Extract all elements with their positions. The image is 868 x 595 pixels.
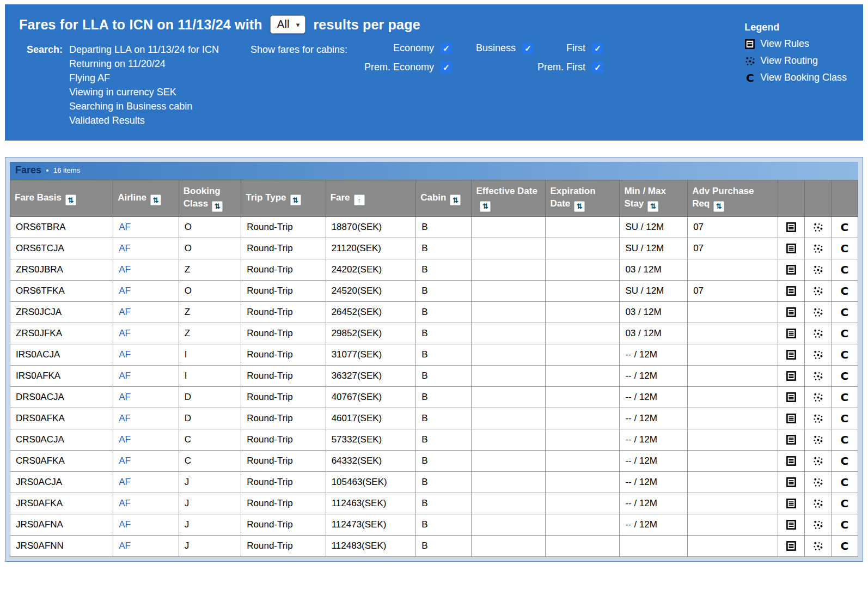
sort-button-fare[interactable]: ↑: [354, 195, 365, 205]
cabin-label: Business: [476, 42, 516, 54]
view-rules-button[interactable]: [786, 477, 796, 487]
rules-icon: [786, 307, 796, 317]
sort-button-adv-purchase-req[interactable]: ⇅: [713, 201, 724, 212]
column-header-airline: Airline⇅: [113, 180, 179, 217]
view-routing-button[interactable]: [813, 265, 823, 275]
view-rules-button[interactable]: [786, 222, 796, 232]
view-rules-button[interactable]: [786, 307, 796, 317]
view-booking-class-button[interactable]: C: [841, 435, 849, 445]
title-row: Fares for LLA to ICN on 11/13/24 with Al…: [19, 15, 851, 34]
view-booking-class-button[interactable]: C: [841, 520, 849, 530]
airline-link[interactable]: AF: [119, 456, 131, 466]
view-routing-button[interactable]: [813, 222, 823, 232]
view-booking-class-button[interactable]: C: [841, 456, 849, 466]
rules-icon: [786, 329, 796, 338]
sort-button-expiration-date[interactable]: ⇅: [574, 201, 585, 212]
cabin-checkbox-prem-first[interactable]: ✓: [592, 62, 603, 73]
view-booking-class-button[interactable]: C: [841, 244, 849, 253]
cabin-checkbox-economy[interactable]: ✓: [441, 42, 452, 54]
view-routing-button[interactable]: [813, 286, 823, 296]
airline-link[interactable]: AF: [119, 371, 131, 381]
airline-link[interactable]: AF: [119, 477, 131, 487]
view-booking-class-button[interactable]: C: [841, 371, 849, 381]
view-booking-class-button[interactable]: C: [841, 414, 849, 423]
airline-link[interactable]: AF: [119, 413, 131, 423]
view-routing-button[interactable]: [813, 244, 823, 253]
view-booking-class-button[interactable]: C: [841, 499, 849, 508]
trip-type-cell: Round-Trip: [241, 386, 326, 408]
airline-link[interactable]: AF: [119, 243, 131, 253]
sort-button-fare-basis[interactable]: ⇅: [65, 195, 76, 205]
view-booking-class-button[interactable]: C: [841, 477, 849, 487]
view-rules-button[interactable]: [786, 350, 796, 360]
airline-link[interactable]: AF: [119, 349, 131, 360]
airline-link[interactable]: AF: [119, 392, 131, 402]
min-max-stay-cell: -- / 12M: [620, 344, 688, 365]
view-routing-button[interactable]: [813, 307, 823, 317]
view-rules-button[interactable]: [786, 329, 796, 338]
view-rules-button[interactable]: [786, 435, 796, 445]
table-row: JRS0AFNNAFJRound-Trip112483(SEK)B C: [10, 535, 858, 556]
effective-date-cell: [472, 386, 546, 408]
view-rules-button[interactable]: [786, 499, 796, 508]
view-rules-button[interactable]: [786, 414, 796, 423]
view-booking-class-button[interactable]: C: [841, 286, 849, 296]
airline-link[interactable]: AF: [119, 264, 131, 275]
view-rules-button[interactable]: [786, 244, 796, 253]
view-booking-class-button[interactable]: C: [841, 392, 849, 402]
min-max-stay-cell: 03 / 12M: [620, 259, 688, 280]
view-routing-button[interactable]: [813, 477, 823, 487]
view-booking-class-button[interactable]: C: [841, 307, 849, 317]
view-booking-class-button[interactable]: C: [841, 329, 849, 338]
airline-link[interactable]: AF: [119, 541, 131, 551]
view-rules-button[interactable]: [786, 541, 796, 551]
view-routing-button[interactable]: [813, 329, 823, 338]
airline-link[interactable]: AF: [119, 434, 131, 445]
sort-button-booking-class[interactable]: ⇅: [212, 201, 223, 212]
view-routing-button[interactable]: [813, 499, 823, 508]
view-routing-button[interactable]: [813, 371, 823, 381]
view-booking-class-cell: C: [831, 323, 858, 344]
view-routing-button[interactable]: [813, 350, 823, 360]
view-routing-button[interactable]: [813, 435, 823, 445]
cabin-checkbox-business[interactable]: ✓: [522, 42, 534, 54]
view-booking-class-button[interactable]: C: [841, 350, 849, 360]
cabin-checkbox-prem-economy[interactable]: ✓: [441, 62, 452, 73]
view-routing-button[interactable]: [813, 541, 823, 551]
airline-link[interactable]: AF: [119, 519, 131, 530]
fare-basis-cell: ZRS0JBRA: [10, 259, 113, 280]
airline-link[interactable]: AF: [119, 286, 131, 296]
results-per-page-select[interactable]: All ▾: [270, 15, 306, 34]
trip-type-cell: Round-Trip: [241, 365, 326, 386]
view-routing-button[interactable]: [813, 520, 823, 530]
view-routing-button[interactable]: [813, 456, 823, 466]
view-booking-class-button[interactable]: C: [841, 222, 849, 232]
booking-class-icon: C: [841, 329, 849, 338]
routing-icon: [813, 414, 823, 423]
airline-link[interactable]: AF: [119, 328, 131, 338]
view-booking-class-button[interactable]: C: [841, 541, 849, 551]
sort-button-trip-type[interactable]: ⇅: [290, 195, 301, 205]
view-routing-button[interactable]: [813, 414, 823, 423]
view-rules-button[interactable]: [786, 265, 796, 275]
view-rules-button[interactable]: [786, 392, 796, 402]
expiration-date-cell: [546, 450, 620, 471]
rules-icon: [745, 39, 755, 49]
airline-link[interactable]: AF: [119, 307, 131, 317]
view-booking-class-button[interactable]: C: [841, 265, 849, 275]
cabin-checkbox-first[interactable]: ✓: [592, 42, 603, 54]
airline-link[interactable]: AF: [119, 222, 131, 232]
sort-button-effective-date[interactable]: ⇅: [480, 201, 491, 212]
airline-link[interactable]: AF: [119, 498, 131, 508]
view-rules-button[interactable]: [786, 371, 796, 381]
sort-button-min-max-stay[interactable]: ⇅: [647, 201, 658, 212]
view-rules-button[interactable]: [786, 456, 796, 466]
fares-table: Fare Basis⇅Airline⇅Booking Class⇅Trip Ty…: [10, 180, 858, 557]
min-max-stay-cell: 03 / 12M: [620, 323, 688, 344]
view-rules-button[interactable]: [786, 286, 796, 296]
view-routing-button[interactable]: [813, 392, 823, 402]
view-rules-button[interactable]: [786, 520, 796, 530]
sort-button-airline[interactable]: ⇅: [150, 195, 161, 205]
separator-dot-icon: [46, 169, 48, 172]
sort-button-cabin[interactable]: ⇅: [450, 195, 461, 205]
